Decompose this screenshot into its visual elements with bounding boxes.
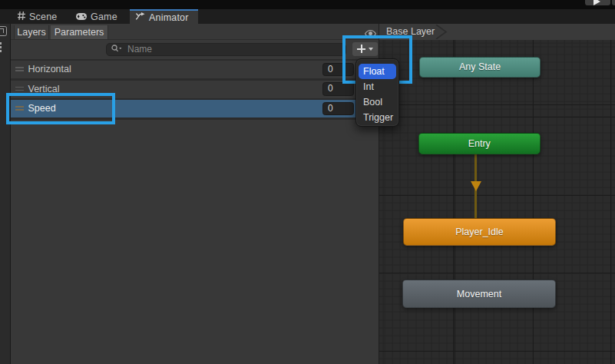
editor-tabstrip: Scene Game Animator	[11, 9, 615, 24]
search-placeholder: Name	[127, 44, 152, 55]
add-parameter-menu: Float Int Bool Trigger	[355, 58, 400, 127]
menu-item-label: Trigger	[363, 112, 393, 123]
parameter-value-field[interactable]: 0	[322, 102, 354, 116]
drag-handle-icon[interactable]	[15, 67, 24, 72]
menu-item-label: Float	[363, 66, 385, 77]
menu-item-label: Bool	[363, 97, 382, 108]
animator-icon	[135, 12, 145, 23]
tab-game[interactable]: Game	[76, 9, 117, 24]
popout-window-icon[interactable]	[0, 26, 7, 36]
play-icon	[594, 0, 600, 5]
transition-arrow-icon	[471, 181, 481, 191]
top-window-strip	[0, 0, 615, 9]
graph-grid-canvas[interactable]: Any State Entry Player_Idle Movement	[379, 40, 615, 364]
breadcrumb-bar: Base Layer	[379, 24, 615, 40]
breadcrumb-chevron-icon	[435, 25, 448, 41]
parameter-row-horizontal[interactable]: Horizontal 0	[11, 61, 379, 78]
parameter-name: Horizontal	[28, 61, 71, 78]
node-label: Player_Idle	[455, 227, 504, 237]
animator-sidebar: Layers Parameters Name	[11, 24, 379, 364]
search-icon	[111, 44, 122, 55]
state-node-player-idle[interactable]: Player_Idle	[403, 218, 556, 246]
menu-item-float[interactable]: Float	[359, 64, 396, 79]
tab-parameters-label: Parameters	[55, 27, 104, 38]
tab-animator-label: Animator	[149, 12, 189, 23]
menu-item-label: Int	[363, 81, 374, 92]
left-edge-strip-top	[0, 9, 11, 24]
drag-handle-icon[interactable]	[15, 87, 24, 92]
parameter-value-field[interactable]: 0	[322, 82, 354, 96]
tab-parameters[interactable]: Parameters	[51, 25, 108, 40]
drag-dots-icon	[0, 42, 2, 45]
node-label: Movement	[457, 289, 501, 299]
tab-scene-label: Scene	[29, 12, 57, 22]
state-node-movement[interactable]: Movement	[402, 280, 556, 308]
tab-layers[interactable]: Layers	[14, 25, 49, 40]
search-input[interactable]: Name	[106, 43, 346, 57]
gamepad-icon	[76, 12, 87, 22]
tab-game-label: Game	[91, 12, 117, 22]
state-node-any-state[interactable]: Any State	[419, 57, 541, 78]
tab-layers-label: Layers	[17, 27, 46, 38]
sidebar-toolbar: Layers Parameters	[11, 24, 379, 40]
toolbar-button-fragment[interactable]	[612, 0, 615, 5]
drag-dots-icon	[0, 46, 2, 48]
sidebar-search-row: Name	[11, 40, 379, 59]
tab-animator[interactable]: Animator	[130, 9, 199, 24]
node-label: Any State	[459, 61, 501, 72]
menu-item-trigger[interactable]: Trigger	[359, 110, 396, 125]
menu-item-int[interactable]: Int	[359, 79, 396, 94]
animator-graph-panel: Base Layer Any State Entry Player_Idle M…	[379, 24, 615, 364]
node-label: Entry	[468, 138, 491, 149]
left-edge-strip	[0, 9, 11, 364]
grid-icon	[18, 12, 25, 22]
toolbar-button-fragment[interactable]	[585, 0, 610, 5]
tab-scene[interactable]: Scene	[18, 9, 57, 24]
state-node-entry[interactable]: Entry	[418, 133, 541, 155]
menu-item-bool[interactable]: Bool	[359, 94, 396, 110]
drag-dots-icon	[0, 50, 2, 52]
highlight-box-speed-row	[6, 93, 115, 124]
